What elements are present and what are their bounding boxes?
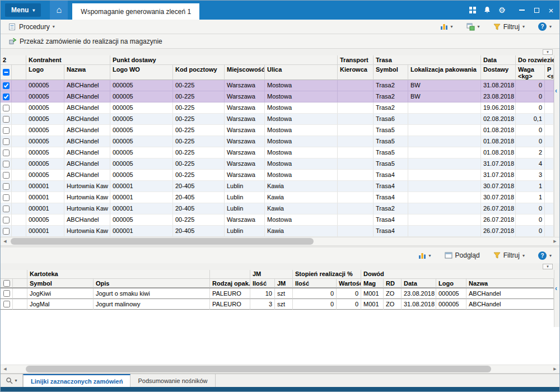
cell-p [545, 158, 554, 170]
row-select-checkbox[interactable] [3, 116, 10, 123]
scroll-right-arrow[interactable]: ▶ [550, 367, 559, 371]
row-select-checkbox[interactable] [3, 82, 10, 89]
row-select-checkbox[interactable] [3, 94, 10, 100]
order-line-row[interactable]: JogKiwi Jogurt o smaku kiwi PALEURO 10 s… [1, 288, 554, 299]
column-header-p[interactable]: P <s [545, 65, 554, 80]
zoom-button[interactable]: ▾ [1, 374, 23, 387]
column-header-miejscowosc[interactable]: Miejscowość [225, 65, 265, 80]
column-header-lokalizacja[interactable]: Lokalizacja pakowania [408, 65, 481, 80]
detach-view-button[interactable]: ▾ [463, 22, 483, 32]
close-button[interactable]: × [544, 3, 558, 17]
lower-chart-button[interactable]: ▾ [415, 251, 435, 260]
help-button[interactable]: ? ▾ [535, 21, 555, 32]
column-header-opis[interactable]: Opis [94, 279, 210, 288]
row-select-checkbox[interactable] [3, 138, 10, 145]
order-row[interactable]: 000005 ABCHandel 000005 00-225 Warszawa … [1, 91, 554, 102]
column-header-data[interactable]: Data [402, 279, 436, 288]
order-row[interactable]: 000005 ABCHandel 000005 00-225 Warszawa … [1, 158, 554, 170]
column-header-kod-pocztowy[interactable]: Kod pocztowy [173, 65, 225, 80]
menu-button[interactable]: Menu ▾ [5, 3, 41, 17]
apps-grid-button[interactable] [465, 3, 480, 17]
column-header-kierowca[interactable]: Kierowca [338, 65, 374, 80]
cell-logo: 000005 [26, 114, 64, 125]
chart-button[interactable]: ▾ [437, 22, 456, 31]
notifications-button[interactable] [480, 3, 494, 17]
tab-linijki-zaznaczonych-zamowien[interactable]: Linijki zaznaczonych zamówień [23, 374, 130, 387]
cell-kierowca [338, 203, 374, 214]
scrollbar-thumb[interactable] [11, 238, 314, 245]
scroll-left-arrow[interactable]: ◀ [1, 367, 10, 371]
maximize-button[interactable] [529, 3, 544, 17]
column-header-symbol[interactable]: Symbol [374, 65, 408, 80]
column-header-mag[interactable]: Mag [361, 279, 384, 288]
row-select-checkbox[interactable] [3, 194, 10, 201]
row-select-checkbox[interactable] [3, 105, 10, 111]
order-row[interactable]: 000001 Hurtownia Kaw 000001 20-405 Lubli… [1, 181, 554, 192]
select-all-checkbox[interactable] [3, 69, 10, 76]
order-row[interactable]: 000001 Hurtownia Kaw 000001 20-405 Lubli… [1, 203, 554, 214]
column-header-waga[interactable]: Waga <kg> [516, 65, 545, 80]
lower-filter-button[interactable]: Filtruj ▾ [490, 250, 528, 260]
scroll-right-arrow[interactable]: ▶ [550, 239, 559, 244]
column-header-rodzaj-opak[interactable]: Rodzaj opak. [210, 279, 250, 288]
lower-help-button[interactable]: ? ▾ [535, 250, 555, 261]
order-line-row[interactable]: JogMal Jogurt malinowy PALEURO 3 szt 0 0… [1, 299, 554, 310]
row-select-checkbox[interactable] [3, 150, 10, 156]
order-row[interactable]: 000005 ABCHandel 000005 00-225 Warszawa … [1, 170, 554, 181]
row-select-checkbox[interactable] [3, 161, 10, 167]
row-select-checkbox[interactable] [3, 172, 10, 179]
order-row[interactable]: 000005 ABCHandel 000005 00-225 Warszawa … [1, 136, 554, 147]
order-row[interactable]: 000005 ABCHandel 000005 00-225 Warszawa … [1, 114, 554, 125]
expand-panel-chevron-left[interactable]: ‹ [555, 87, 557, 95]
row-select-checkbox[interactable] [3, 206, 10, 212]
order-row[interactable]: 000005 ABCHandel 000005 00-225 Warszawa … [1, 214, 554, 226]
order-row[interactable]: 000001 Hurtownia Kaw 000001 20-405 Lubli… [1, 192, 554, 203]
cell-nazwa: ABCHandel [64, 102, 110, 114]
scrollbar-track[interactable] [10, 238, 550, 245]
row-select-checkbox[interactable] [3, 183, 10, 190]
column-header-nazwa[interactable]: Nazwa [64, 65, 110, 80]
scroll-left-arrow[interactable]: ◀ [1, 239, 10, 244]
scrollbar-thumb[interactable] [26, 366, 491, 372]
tab-podsumowanie-nosnikow[interactable]: Podsumowanie nośników [130, 374, 215, 387]
row-select-checkbox[interactable] [3, 127, 10, 134]
column-header-ilosc[interactable]: Ilość [250, 279, 275, 288]
procedures-button[interactable]: Procedury ▾ [5, 22, 58, 32]
tab-wspomaganie-generowania-zlecen[interactable]: Wspomaganie generowania zleceń 1 [72, 3, 199, 20]
column-header-logo[interactable]: Logo [436, 279, 466, 288]
application-window: Menu ▾ ⌂ Wspomaganie generowania zleceń … [0, 0, 560, 392]
lower-grid-collapse-button[interactable]: ▾ [543, 264, 553, 269]
transfer-order-button[interactable]: Przekaż zamówienie do realizacji na maga… [5, 36, 166, 46]
row-select-checkbox[interactable] [3, 217, 10, 223]
line-select-checkbox[interactable] [3, 301, 10, 307]
expand-panel-chevron-left[interactable]: ‹ [555, 284, 557, 292]
order-row[interactable]: 000005 ABCHandel 000005 00-225 Warszawa … [1, 125, 554, 136]
home-button[interactable]: ⌂ [50, 1, 68, 20]
column-header-symbol[interactable]: Symbol [27, 279, 94, 288]
column-header-wartosc[interactable]: Wartość [337, 279, 361, 288]
order-row[interactable]: 000005 ABCHandel 000005 00-225 Warszawa … [1, 80, 554, 91]
line-select-checkbox[interactable] [3, 290, 10, 297]
group-header-transport: Transport [338, 55, 374, 65]
column-header-jm[interactable]: JM [275, 279, 293, 288]
preview-button[interactable]: Podgląd [441, 250, 483, 260]
lines-select-all-checkbox[interactable] [3, 280, 10, 287]
filter-button[interactable]: Filtruj ▾ [490, 22, 528, 32]
column-header-logo[interactable]: Logo [26, 65, 64, 80]
order-row[interactable]: 000001 Hurtownia Kaw 000001 20-405 Lubli… [1, 226, 554, 237]
order-row[interactable]: 000005 ABCHandel 000005 00-225 Warszawa … [1, 102, 554, 114]
column-header-rd[interactable]: RD [384, 279, 402, 288]
column-header-logo-wo[interactable]: Logo WO [110, 65, 173, 80]
order-row[interactable]: 000005 ABCHandel 000005 00-225 Warszawa … [1, 147, 554, 158]
cell-data: 23.08.2018 [402, 288, 436, 299]
row-select-checkbox[interactable] [3, 228, 10, 235]
minimize-button[interactable] [515, 3, 529, 17]
upper-grid-collapse-button[interactable]: ▾ [543, 49, 553, 55]
column-header-ilosc-realizacji[interactable]: Ilość [293, 279, 337, 288]
column-header-nazwa[interactable]: Nazwa [466, 279, 554, 288]
cell-nazwa: ABCHandel [64, 125, 110, 136]
scrollbar-track[interactable] [10, 366, 550, 372]
settings-button[interactable]: ⚙ ▾ [494, 3, 509, 17]
column-header-dostawy[interactable]: Dostawy [481, 65, 516, 80]
column-header-ulica[interactable]: Ulica [265, 65, 338, 80]
